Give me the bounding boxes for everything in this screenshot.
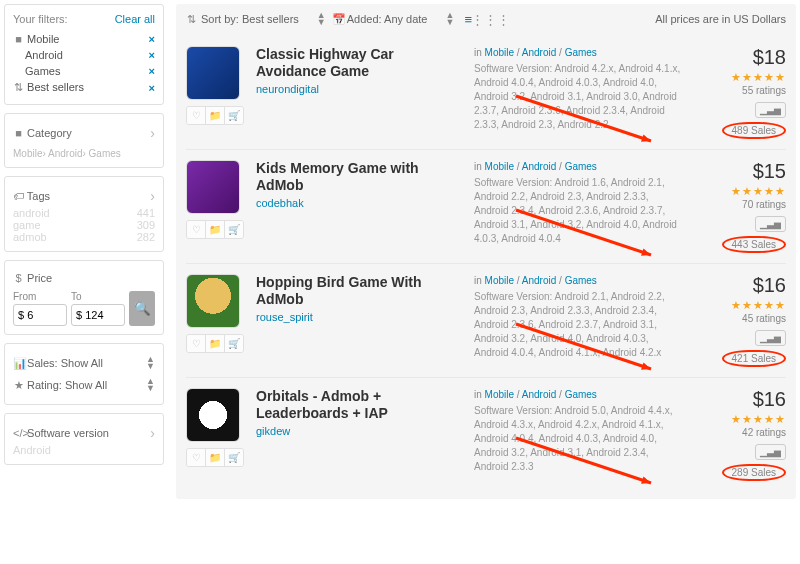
sort-icon: ⇅ <box>186 13 197 26</box>
item-price: $16 <box>696 274 786 297</box>
item-title[interactable]: Classic Highway Car Avoidance Game <box>256 46 462 80</box>
bc-mobile[interactable]: Mobile <box>485 389 514 400</box>
bc-android[interactable]: Android <box>522 275 556 286</box>
price-search-button[interactable]: 🔍 <box>129 291 155 326</box>
added-date-select[interactable]: 📅Added: Any date▲▼ <box>332 12 455 26</box>
software-toggle[interactable]: </> Software version› <box>13 422 155 444</box>
tags-toggle[interactable]: 🏷 Tags› <box>13 185 155 207</box>
active-filters-panel: Your filters: Clear all ■ Mobile× Androi… <box>4 4 164 105</box>
collection-button[interactable]: 📁 <box>205 335 224 352</box>
remove-filter-bestsellers[interactable]: × <box>149 82 155 94</box>
collection-button[interactable]: 📁 <box>205 449 224 466</box>
bc-mobile[interactable]: Mobile <box>485 47 514 58</box>
cart-button[interactable]: 🛒 <box>224 221 243 238</box>
list-item: ♡ 📁 🛒 Kids Memory Game with AdMob codebh… <box>186 149 786 263</box>
item-ratings-count: 55 ratings <box>696 85 786 96</box>
item-ratings-count: 70 ratings <box>696 199 786 210</box>
bc-games[interactable]: Games <box>565 161 597 172</box>
bc-games[interactable]: Games <box>565 275 597 286</box>
item-title[interactable]: Orbitals - Admob + Leaderboards + IAP <box>256 388 462 422</box>
remove-filter-mobile[interactable]: × <box>149 33 155 45</box>
remove-filter-android[interactable]: × <box>149 49 155 61</box>
cart-button[interactable]: 🛒 <box>224 335 243 352</box>
item-title[interactable]: Kids Memory Game with AdMob <box>256 160 462 194</box>
bc-android[interactable]: Android <box>522 389 556 400</box>
tag-android[interactable]: android441 <box>13 207 155 219</box>
chevron-right-icon: › <box>150 188 155 204</box>
bc-android[interactable]: Android <box>522 161 556 172</box>
item-actions: ♡ 📁 🛒 <box>186 106 244 125</box>
item-title[interactable]: Hopping Bird Game With AdMob <box>256 274 462 308</box>
item-software-versions: Software Version: Android 5.0, Android 4… <box>474 404 684 474</box>
tag-admob[interactable]: admob282 <box>13 231 155 243</box>
price-from-label: From <box>13 291 67 302</box>
item-star-rating: ★★★★★ <box>696 299 786 312</box>
collection-button[interactable]: 📁 <box>205 221 224 238</box>
rating-select[interactable]: ★ Rating: Show All▲▼ <box>13 374 155 396</box>
item-price: $18 <box>696 46 786 69</box>
sales-chart-icon[interactable]: ▁▃▅ <box>755 444 786 460</box>
sales-chart-icon[interactable]: ▁▃▅ <box>755 330 786 346</box>
item-star-rating: ★★★★★ <box>696 71 786 84</box>
item-sales-count: 289 Sales <box>722 464 786 481</box>
bc-android[interactable]: Android <box>522 47 556 58</box>
item-actions: ♡ 📁 🛒 <box>186 220 244 239</box>
list-item: ♡ 📁 🛒 Hopping Bird Game With AdMob rouse… <box>186 263 786 377</box>
item-thumbnail[interactable] <box>186 388 240 442</box>
bc-games[interactable]: Games <box>565 47 597 58</box>
chevron-right-icon: › <box>150 425 155 441</box>
favorite-button[interactable]: ♡ <box>187 449 205 466</box>
item-sales-count: 489 Sales <box>722 122 786 139</box>
bc-mobile[interactable]: Mobile <box>485 275 514 286</box>
software-android[interactable]: Android <box>13 444 155 456</box>
favorite-button[interactable]: ♡ <box>187 221 205 238</box>
sort-by-select[interactable]: ⇅Sort by: Best sellers▲▼ <box>186 12 326 26</box>
calendar-icon: 📅 <box>332 13 343 26</box>
collection-button[interactable]: 📁 <box>205 107 224 124</box>
item-thumbnail[interactable] <box>186 160 240 214</box>
sales-select[interactable]: 📊 Sales: Show All▲▼ <box>13 352 155 374</box>
list-item: ♡ 📁 🛒 Orbitals - Admob + Leaderboards + … <box>186 377 786 491</box>
cart-button[interactable]: 🛒 <box>224 449 243 466</box>
item-author-link[interactable]: rouse_spirit <box>256 311 313 323</box>
item-actions: ♡ 📁 🛒 <box>186 448 244 467</box>
category-toggle[interactable]: ■ Category› <box>13 122 155 144</box>
item-breadcrumb: in Mobile / Android / Games <box>474 46 684 60</box>
view-grid-button[interactable]: ⋮⋮⋮ <box>482 12 498 26</box>
item-author-link[interactable]: neurondigital <box>256 83 319 95</box>
folder-icon: ■ <box>13 33 24 45</box>
item-software-versions: Software Version: Android 4.2.x, Android… <box>474 62 684 132</box>
item-thumbnail[interactable] <box>186 46 240 100</box>
updown-icon: ▲▼ <box>317 12 326 26</box>
item-author-link[interactable]: gikdew <box>256 425 290 437</box>
tag-game[interactable]: game309 <box>13 219 155 231</box>
clear-all-link[interactable]: Clear all <box>115 13 155 25</box>
software-version-panel: </> Software version› Android <box>4 413 164 465</box>
item-star-rating: ★★★★★ <box>696 185 786 198</box>
bc-mobile[interactable]: Mobile <box>485 161 514 172</box>
category-breadcrumb: Mobile› Android› Games <box>13 148 155 159</box>
item-sales-count: 421 Sales <box>722 350 786 367</box>
remove-filter-games[interactable]: × <box>149 65 155 77</box>
sales-chart-icon[interactable]: ▁▃▅ <box>755 102 786 118</box>
category-panel: ■ Category› Mobile› Android› Games <box>4 113 164 168</box>
chevron-right-icon: › <box>150 125 155 141</box>
cart-button[interactable]: 🛒 <box>224 107 243 124</box>
item-thumbnail[interactable] <box>186 274 240 328</box>
item-ratings-count: 45 ratings <box>696 313 786 324</box>
sales-chart-icon[interactable]: ▁▃▅ <box>755 216 786 232</box>
item-ratings-count: 42 ratings <box>696 427 786 438</box>
favorite-button[interactable]: ♡ <box>187 335 205 352</box>
bc-games[interactable]: Games <box>565 389 597 400</box>
price-icon: $ <box>13 272 24 284</box>
price-to-input[interactable] <box>71 304 125 326</box>
price-from-input[interactable] <box>13 304 67 326</box>
item-price: $16 <box>696 388 786 411</box>
favorite-button[interactable]: ♡ <box>187 107 205 124</box>
item-author-link[interactable]: codebhak <box>256 197 304 209</box>
item-software-versions: Software Version: Android 2.1, Android 2… <box>474 290 684 360</box>
item-breadcrumb: in Mobile / Android / Games <box>474 388 684 402</box>
folder-icon: ■ <box>13 127 24 139</box>
sort-icon: ⇅ <box>13 81 24 94</box>
item-breadcrumb: in Mobile / Android / Games <box>474 274 684 288</box>
